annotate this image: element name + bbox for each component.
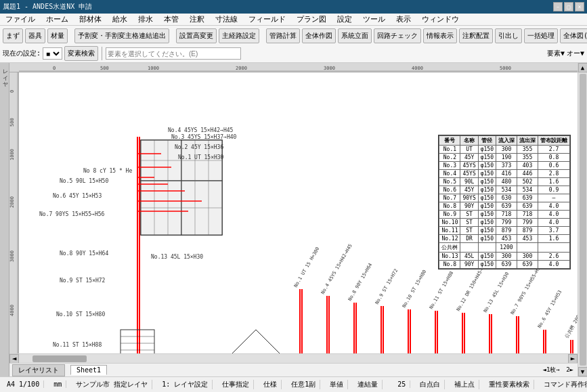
btn-kiki[interactable]: 器具 — [25, 28, 45, 43]
btn-system-elev[interactable]: 系統立面 — [338, 28, 372, 43]
table-row: No.10STφ1507997994.0 — [439, 219, 570, 227]
status-single[interactable]: 単値 — [326, 380, 348, 389]
svg-text:No.9 ST 15×H72: No.9 ST 15×H72 — [60, 278, 106, 284]
svg-text:2000: 2000 — [236, 66, 247, 71]
col-outflow: 流出深 — [517, 136, 538, 146]
navigation-btns: ◄1枚→ 2► — [541, 366, 575, 374]
layer-list-tab[interactable]: レイヤリスト — [12, 364, 65, 376]
drawing-with-ruler: 0 500 1000 2000 3000 4000 — [9, 72, 578, 353]
table-row: No.445YSφ1504164462.8 — [439, 170, 570, 178]
table-row: No.890Yφ1506396394.0 — [439, 261, 570, 269]
element-select-input[interactable] — [106, 47, 241, 60]
svg-text:No.1 UT 15 H=300: No.1 UT 15 H=300 — [293, 246, 321, 288]
svg-text:No.3 45YS 15×H37→H40: No.3 45YS 15×H37→H40 — [171, 134, 237, 140]
svg-text:No.13 45L 15×H30: No.13 45L 15×H30 — [151, 254, 203, 260]
drawing-canvas[interactable]: No.4 45YS 15×H42→H45 No.3 45YS 15×H37→H4… — [19, 72, 578, 353]
menu-view[interactable]: 表示 — [393, 14, 414, 24]
btn-info-display[interactable]: 情報表示 — [423, 28, 457, 43]
btn-element-search[interactable]: 変素検索 — [64, 46, 98, 61]
minimize-button[interactable]: － — [553, 2, 563, 12]
menu-bar: ファイル ホーム 部材体 給水 排水 本管 注釈 寸法線 フィールド プラン図 … — [0, 14, 587, 26]
btn-all-draw[interactable]: 全体作図 — [302, 28, 336, 43]
btn-zairyo[interactable]: 材量 — [47, 28, 68, 43]
title-bar: 属題1 - ANDES水道NX 申請 － □ × — [0, 0, 587, 14]
btn-batch[interactable]: 一括処理 — [524, 28, 558, 43]
svg-text:No.8 90Y 15×H64: No.8 90Y 15×H64 — [60, 251, 108, 257]
table-row: No.345YSφ1503734030.6 — [439, 162, 570, 170]
scroll-thumb-h[interactable] — [32, 355, 87, 362]
svg-text:No.8 90Y 15×H64: No.8 90Y 15×H64 — [347, 262, 374, 302]
scroll-left-btn[interactable]: ◄ — [9, 354, 19, 364]
ruler-top: 0 500 1000 2000 3000 4000 5000 — [9, 63, 578, 72]
menu-drain[interactable]: 排水 — [135, 14, 156, 24]
svg-text:No.1 UT 15×H30: No.1 UT 15×H30 — [178, 154, 224, 160]
maximize-button[interactable]: □ — [564, 2, 573, 12]
svg-text:No.11 ST 15×H88: No.11 ST 15×H88 — [429, 270, 455, 310]
svg-text:1000: 1000 — [148, 66, 159, 71]
btn-leader[interactable]: 引出し — [495, 28, 522, 43]
status-unit[interactable]: 任意1副 — [287, 380, 320, 389]
svg-text:500: 500 — [9, 118, 15, 127]
scroll-right-btn[interactable]: ► — [568, 354, 578, 364]
btn-route-set[interactable]: 主経路設定 — [219, 28, 259, 43]
table-row: No.245Yφ1501903550.8 — [439, 154, 570, 162]
menu-main-pipe[interactable]: 本管 — [161, 14, 181, 24]
prev-btn[interactable]: ◄1枚→ — [542, 366, 559, 373]
table-row: No.590Lφ1504805021.6 — [439, 178, 570, 186]
scroll-thumb-v[interactable] — [580, 74, 586, 366]
toolbar-area: まず 器具 材量 予割変・手割変主格連結追出 設置高変更 主経路設定 管路計算 … — [0, 26, 587, 63]
close-button[interactable]: × — [575, 2, 584, 12]
btn-all-view[interactable]: 全体図(し) — [560, 28, 587, 43]
scroll-down-btn[interactable]: ▼ — [578, 367, 588, 376]
scrollbar-vertical[interactable]: ▲ ▼ — [578, 63, 587, 376]
svg-text:4000: 4000 — [9, 305, 15, 316]
menu-window[interactable]: ウィンドウ — [419, 14, 462, 24]
menu-plan[interactable]: プラン図 — [294, 14, 329, 24]
pipe-data-table: 番号 名称 管径 流入深 流出深 管布設距離 No.1UTφ1503003552… — [438, 135, 571, 269]
btn-yokatsu[interactable]: 予割変・手割変主格連結追出 — [74, 28, 169, 43]
col-number: 番号 — [439, 136, 460, 146]
menu-settings[interactable]: 設定 — [334, 14, 355, 24]
btn-circuit-check[interactable]: 回路チェック — [374, 28, 421, 43]
layer-select[interactable]: ■ — [43, 47, 62, 60]
svg-text:No 8 cY 15 * He: No 8 cY 15 * He — [83, 168, 132, 174]
scroll-up-btn[interactable]: ▲ — [578, 63, 588, 72]
svg-text:No.10 ST 15×H80: No.10 ST 15×H80 — [401, 269, 428, 309]
unit-info: mm — [49, 380, 66, 388]
supplement: 補上点 — [450, 380, 479, 389]
menu-water[interactable]: 給水 — [110, 14, 130, 24]
scrollbar-horizontal[interactable]: ◄ ► — [9, 353, 578, 363]
svg-text:3000: 3000 — [324, 66, 335, 71]
menu-home[interactable]: ホーム — [43, 14, 71, 24]
status-spec[interactable]: 仕様 — [259, 380, 282, 389]
element-search-status[interactable]: 重性要素検索 — [485, 380, 534, 389]
svg-text:No.6 45Y 15×H53: No.6 45Y 15×H53 — [53, 193, 102, 199]
menu-dim[interactable]: 寸法線 — [213, 14, 240, 24]
svg-text:1000: 1000 — [9, 149, 15, 160]
whitedot: 白点白 — [416, 380, 445, 389]
cmd-exec[interactable]: コマンド再作行 — [540, 380, 587, 389]
btn-height-change[interactable]: 設置高変更 — [176, 28, 217, 43]
main-area: レイヤ 0 500 1000 2000 3000 4000 5000 — [0, 63, 587, 376]
menu-field[interactable]: フィールド — [246, 14, 288, 24]
svg-marker-44 — [229, 330, 283, 353]
btn-annotation[interactable]: 注釈配置 — [459, 28, 493, 43]
menu-note[interactable]: 注釈 — [187, 14, 207, 24]
menu-file[interactable]: ファイル — [3, 14, 38, 24]
menu-parts[interactable]: 部材体 — [77, 14, 104, 24]
btn-calc[interactable]: 管路計算 — [266, 28, 300, 43]
table-row: No.645Yφ1505345340.9 — [439, 186, 570, 194]
svg-text:No.10 ST 15×H80: No.10 ST 15×H80 — [56, 311, 105, 318]
svg-text:No.13 45L 15×H30: No.13 45L 15×H30 — [483, 271, 510, 313]
menu-tools[interactable]: ツール — [360, 14, 388, 24]
svg-text:5000: 5000 — [500, 66, 511, 71]
table-row: No.1345Lφ1503003002.6 — [439, 253, 570, 261]
btn-mazu[interactable]: まず — [3, 28, 23, 43]
status-connect[interactable]: 連結量 — [353, 380, 383, 389]
svg-text:No.7 90YS 15×H55→H56: No.7 90YS 15×H55→H56 — [39, 211, 105, 217]
sep4 — [102, 47, 102, 60]
sheet1-tab[interactable]: Sheet1 — [70, 365, 107, 375]
drawing-container: 0 500 1000 2000 3000 4000 5000 0 500 100… — [9, 63, 578, 376]
status-job[interactable]: 仕事指定 — [218, 380, 254, 389]
next-btn[interactable]: 2► — [566, 366, 573, 373]
